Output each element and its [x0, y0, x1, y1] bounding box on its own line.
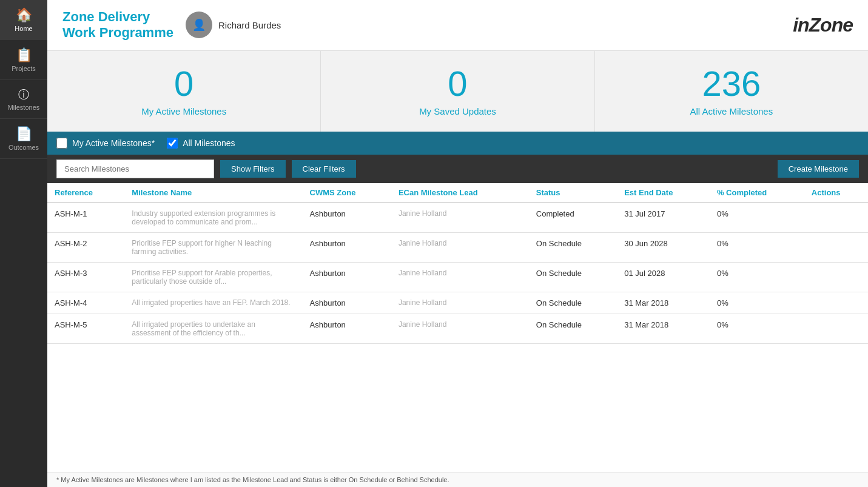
- cell-actions[interactable]: [804, 314, 868, 343]
- table-row[interactable]: ASH-M-2 Prioritise FEP support for highe…: [47, 232, 868, 262]
- user-info: 👤 Richard Burdes: [186, 12, 281, 38]
- my-active-milestones-toggle[interactable]: My Active Milestones*: [56, 138, 155, 149]
- cell-zone: Ashburton: [303, 262, 391, 292]
- cell-milestone-name: All irrigated properties to undertake an…: [124, 314, 302, 343]
- user-name: Richard Burdes: [218, 20, 281, 30]
- table-row[interactable]: ASH-M-4 All irrigated properties have an…: [47, 292, 868, 314]
- all-milestones-label: All Milestones: [183, 138, 235, 148]
- stat-all-active: 236 All Active Milestones: [595, 51, 868, 132]
- cell-completed: 0%: [710, 232, 804, 262]
- sidebar-item-home[interactable]: 🏠 Home: [0, 0, 47, 40]
- cell-completed: 0%: [710, 262, 804, 292]
- main-content: Zone Delivery Work Programme 👤 Richard B…: [47, 0, 868, 487]
- home-icon: 🏠: [16, 7, 32, 23]
- cell-status: On Schedule: [529, 314, 617, 343]
- stat-number-my-saved: 0: [448, 66, 467, 101]
- stat-my-active: 0 My Active Milestones: [47, 51, 321, 132]
- sidebar-label-milestones: Milestones: [8, 104, 40, 111]
- stat-my-saved: 0 My Saved Updates: [321, 51, 594, 132]
- stats-row: 0 My Active Milestones 0 My Saved Update…: [47, 51, 868, 132]
- cell-milestone-name: Prioritise FEP support for Arable proper…: [124, 262, 302, 292]
- cell-end-date: 31 Jul 2017: [617, 203, 710, 233]
- cell-status: On Schedule: [529, 232, 617, 262]
- milestones-table-wrap: Reference Milestone Name CWMS Zone ECan …: [47, 183, 868, 472]
- sidebar-item-projects[interactable]: 📋 Projects: [0, 40, 47, 80]
- milestones-icon: ⓘ: [18, 87, 29, 102]
- sidebar-item-milestones[interactable]: ⓘ Milestones: [0, 80, 47, 119]
- cell-zone: Ashburton: [303, 203, 391, 233]
- col-cwms-zone: CWMS Zone: [303, 183, 391, 203]
- cell-actions[interactable]: [804, 262, 868, 292]
- cell-status: On Schedule: [529, 262, 617, 292]
- my-active-milestones-checkbox[interactable]: [56, 138, 67, 149]
- header-left: Zone Delivery Work Programme 👤 Richard B…: [62, 9, 281, 41]
- cell-end-date: 31 Mar 2018: [617, 314, 710, 343]
- sidebar-label-outcomes: Outcomes: [8, 144, 39, 151]
- cell-completed: 0%: [710, 292, 804, 314]
- table-controls: Show Filters Clear Filters Create Milest…: [47, 155, 868, 183]
- sidebar-label-projects: Projects: [12, 65, 36, 72]
- cell-lead: Janine Holland: [391, 232, 529, 262]
- table-row[interactable]: ASH-M-3 Prioritise FEP support for Arabl…: [47, 262, 868, 292]
- cell-milestone-name: Industry supported extension programmes …: [124, 203, 302, 233]
- cell-end-date: 31 Mar 2018: [617, 292, 710, 314]
- stat-label-my-active: My Active Milestones: [141, 106, 226, 116]
- col-milestone-name: Milestone Name: [124, 183, 302, 203]
- my-active-milestones-label: My Active Milestones*: [72, 138, 155, 148]
- table-section: My Active Milestones* All Milestones Sho…: [47, 132, 868, 487]
- stat-number-my-active: 0: [174, 66, 193, 101]
- table-row[interactable]: ASH-M-1 Industry supported extension pro…: [47, 203, 868, 233]
- avatar: 👤: [186, 12, 212, 38]
- col-est-end-date: Est End Date: [617, 183, 710, 203]
- cell-ref: ASH-M-1: [47, 203, 124, 233]
- app-title: Zone Delivery Work Programme: [62, 9, 173, 41]
- milestones-table: Reference Milestone Name CWMS Zone ECan …: [47, 183, 868, 344]
- cell-ref: ASH-M-2: [47, 232, 124, 262]
- inzone-logo: inZone: [793, 14, 853, 36]
- cell-ref: ASH-M-5: [47, 314, 124, 343]
- sidebar-item-outcomes[interactable]: 📄 Outcomes: [0, 119, 47, 159]
- footer-note: * My Active Milestones are Milestones wh…: [47, 472, 868, 487]
- sidebar: 🏠 Home 📋 Projects ⓘ Milestones 📄 Outcome…: [0, 0, 47, 487]
- cell-completed: 0%: [710, 203, 804, 233]
- header: Zone Delivery Work Programme 👤 Richard B…: [47, 0, 868, 51]
- projects-icon: 📋: [16, 47, 32, 63]
- search-input[interactable]: [56, 160, 214, 178]
- table-header-row: Reference Milestone Name CWMS Zone ECan …: [47, 183, 868, 203]
- cell-status: Completed: [529, 203, 617, 233]
- col-pct-completed: % Completed: [710, 183, 804, 203]
- all-milestones-checkbox[interactable]: [167, 138, 178, 149]
- col-status: Status: [529, 183, 617, 203]
- cell-lead: Janine Holland: [391, 314, 529, 343]
- cell-zone: Ashburton: [303, 314, 391, 343]
- sidebar-label-home: Home: [15, 25, 32, 32]
- cell-status: On Schedule: [529, 292, 617, 314]
- cell-lead: Janine Holland: [391, 292, 529, 314]
- stat-label-all-active: All Active Milestones: [690, 106, 773, 116]
- cell-end-date: 30 Jun 2028: [617, 232, 710, 262]
- cell-actions[interactable]: [804, 292, 868, 314]
- col-ecan-lead: ECan Milestone Lead: [391, 183, 529, 203]
- table-header: My Active Milestones* All Milestones: [47, 132, 868, 155]
- cell-lead: Janine Holland: [391, 203, 529, 233]
- stat-label-my-saved: My Saved Updates: [419, 106, 496, 116]
- cell-zone: Ashburton: [303, 232, 391, 262]
- show-filters-button[interactable]: Show Filters: [220, 160, 286, 178]
- col-actions: Actions: [804, 183, 868, 203]
- clear-filters-button[interactable]: Clear Filters: [292, 160, 356, 178]
- create-milestone-button[interactable]: Create Milestone: [778, 160, 859, 178]
- outcomes-icon: 📄: [16, 126, 32, 142]
- cell-actions[interactable]: [804, 203, 868, 233]
- cell-milestone-name: All irrigated properties have an FEP. Ma…: [124, 292, 302, 314]
- cell-actions[interactable]: [804, 232, 868, 262]
- cell-end-date: 01 Jul 2028: [617, 262, 710, 292]
- table-row[interactable]: ASH-M-5 All irrigated properties to unde…: [47, 314, 868, 343]
- cell-zone: Ashburton: [303, 292, 391, 314]
- cell-completed: 0%: [710, 314, 804, 343]
- cell-lead: Janine Holland: [391, 262, 529, 292]
- cell-ref: ASH-M-3: [47, 262, 124, 292]
- all-milestones-toggle[interactable]: All Milestones: [167, 138, 235, 149]
- cell-milestone-name: Prioritise FEP support for higher N leac…: [124, 232, 302, 262]
- col-reference: Reference: [47, 183, 124, 203]
- stat-number-all-active: 236: [702, 66, 761, 101]
